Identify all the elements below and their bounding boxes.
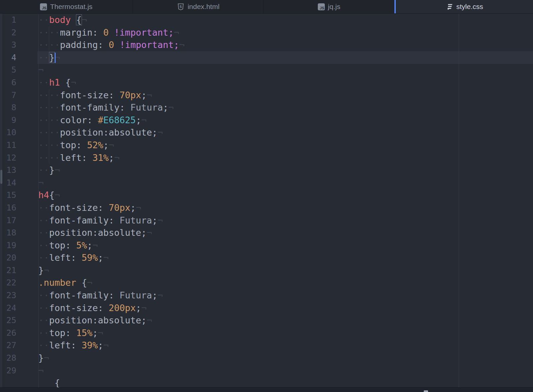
code-text: ··left: 59%;¬ (38, 251, 533, 264)
code-text: ¬ (38, 64, 533, 76)
code-line[interactable]: 4··}¬ (0, 51, 533, 64)
tab-style-css[interactable]: style.css (394, 0, 533, 13)
code-line[interactable]: 18··position:absolute;¬ (0, 226, 533, 239)
code-text: .number {¬ (38, 276, 533, 289)
code-line[interactable]: 26··top: 15%;¬ (0, 327, 533, 339)
tab-label: jq.js (328, 3, 340, 11)
code-text: { (38, 377, 533, 387)
code-text: ··font-family: Futura;¬ (38, 289, 533, 302)
code-text: ··}¬ (38, 51, 533, 64)
code-line[interactable]: 20··left: 59%;¬ (0, 251, 533, 264)
code-text: ····padding: 0 !important;¬ (38, 39, 533, 51)
code-line[interactable]: 19··top: 5%;¬ (0, 239, 533, 252)
tab-jq-js[interactable]: JSjq.js (264, 0, 394, 13)
code-text: ¬ (38, 177, 533, 189)
code-line[interactable]: 13··}¬ (0, 164, 533, 177)
code-text: ··body {¬ (38, 14, 533, 26)
code-lines: 1··body {¬2····margin: 0 !important;¬3··… (0, 14, 533, 387)
code-text: h4{¬ (38, 189, 533, 201)
code-line[interactable]: 3····padding: 0 !important;¬ (0, 39, 533, 51)
code-line[interactable]: 7····font-size: 70px;¬ (0, 89, 533, 102)
tab-label: Thermostat.js (50, 3, 92, 11)
code-text: ····top: 52%;¬ (38, 139, 533, 152)
tab-bar: JSThermostat.js5index.htmlJSjq.jsstyle.c… (0, 0, 533, 14)
code-text: ··position:absolute;¬ (38, 314, 533, 327)
code-text: ··font-family: Futura;¬ (38, 214, 533, 227)
code-line[interactable]: { (0, 377, 533, 387)
code-text: ····left: 31%;¬ (38, 152, 533, 164)
code-text: ····font-size: 70px;¬ (38, 89, 533, 102)
code-line[interactable]: 16··font-size: 70px;¬ (0, 201, 533, 214)
tab-index-html[interactable]: 5index.html (133, 0, 264, 13)
code-text: ··font-size: 70px;¬ (38, 201, 533, 214)
svg-text:5: 5 (180, 4, 182, 8)
css-file-icon (446, 3, 453, 11)
code-line[interactable]: 29¬ (0, 364, 533, 377)
left-scrollbar[interactable] (0, 14, 3, 387)
code-line[interactable]: 22.number {¬ (0, 276, 533, 289)
tab-label: style.css (456, 3, 483, 11)
code-line[interactable]: 28}¬ (0, 352, 533, 364)
code-line[interactable]: 2····margin: 0 !important;¬ (0, 26, 533, 39)
status-bar-icon[interactable] (424, 390, 428, 392)
code-text: ··top: 15%;¬ (38, 327, 533, 339)
code-text: }¬ (38, 264, 533, 277)
code-text: ··position:absolute;¬ (38, 226, 533, 239)
js-file-icon: JS (318, 3, 325, 10)
code-editor[interactable]: 1··body {¬2····margin: 0 !important;¬3··… (0, 14, 533, 387)
code-line[interactable]: 17··font-family: Futura;¬ (0, 214, 533, 227)
code-line[interactable]: 1··body {¬ (0, 14, 533, 26)
tab-Thermostat-js[interactable]: JSThermostat.js (0, 0, 133, 13)
code-line[interactable]: 6··h1 {¬ (0, 76, 533, 89)
code-line[interactable]: 24··font-size: 200px;¬ (0, 302, 533, 314)
code-line[interactable]: 10····position:absolute;¬ (0, 126, 533, 139)
js-file-icon: JS (40, 3, 47, 10)
text-cursor (55, 53, 56, 63)
editor-window: JSThermostat.js5index.htmlJSjq.jsstyle.c… (0, 0, 533, 392)
code-line[interactable]: 21}¬ (0, 264, 533, 277)
code-text: ····font-family: Futura;¬ (38, 101, 533, 114)
code-line[interactable]: 14¬ (0, 177, 533, 189)
code-line[interactable]: 11····top: 52%;¬ (0, 139, 533, 152)
code-text: ····position:absolute;¬ (38, 126, 533, 139)
code-text: ¬ (38, 364, 533, 377)
code-line[interactable]: 8····font-family: Futura;¬ (0, 101, 533, 114)
tab-label: index.html (188, 3, 220, 11)
code-text: ··}¬ (38, 164, 533, 177)
html-file-icon: 5 (177, 3, 185, 11)
code-text: ··left: 39%;¬ (38, 339, 533, 352)
code-text: }¬ (38, 352, 533, 364)
code-text: ··font-size: 200px;¬ (38, 302, 533, 314)
code-line[interactable]: 5¬ (0, 64, 533, 76)
code-text: ··top: 5%;¬ (38, 239, 533, 252)
code-line[interactable]: 23··font-family: Futura;¬ (0, 289, 533, 302)
scrollbar-thumb[interactable] (0, 170, 2, 184)
code-text: ····margin: 0 !important;¬ (38, 26, 533, 39)
status-bar (0, 387, 533, 392)
code-line[interactable]: 27··left: 39%;¬ (0, 339, 533, 352)
code-text: ··h1 {¬ (38, 76, 533, 89)
code-line[interactable]: 12····left: 31%;¬ (0, 152, 533, 164)
code-line[interactable]: 15h4{¬ (0, 189, 533, 201)
code-line[interactable]: 9····color: #E68625;¬ (0, 114, 533, 127)
code-text: ····color: #E68625;¬ (38, 114, 533, 127)
code-line[interactable]: 25··position:absolute;¬ (0, 314, 533, 327)
